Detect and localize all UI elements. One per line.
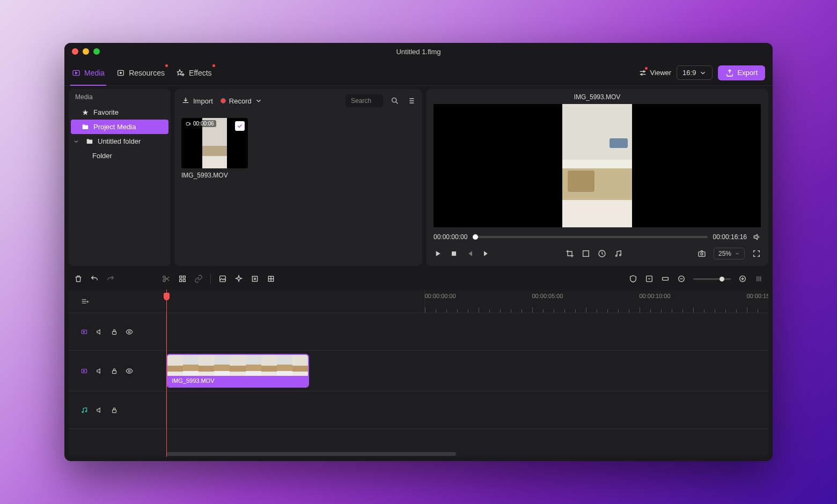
media-item[interactable]: 00:00:06 IMG_5993.MOV [181, 118, 248, 179]
timeline-toolbar [69, 268, 768, 290]
sidebar-item-label: Folder [92, 152, 112, 160]
preview-video[interactable] [434, 104, 761, 227]
minimize-window-button[interactable] [83, 48, 89, 55]
viewer-controls: 25% [426, 244, 768, 266]
fullscreen-icon [752, 249, 761, 258]
list-view-button[interactable] [407, 97, 415, 105]
track-head [69, 313, 166, 350]
track-type-button[interactable] [80, 328, 88, 336]
speed-icon [598, 249, 606, 258]
svg-point-3 [643, 71, 644, 72]
track-visibility-button[interactable] [126, 367, 133, 375]
undo-button[interactable] [90, 275, 99, 283]
record-button[interactable]: Record [221, 97, 262, 105]
search-input[interactable]: Search [346, 94, 383, 107]
fullscreen-button[interactable] [752, 249, 761, 258]
tab-resources[interactable]: Resources [116, 60, 165, 86]
zoom-in-button[interactable] [738, 275, 747, 283]
transform-button[interactable] [267, 275, 275, 283]
sidebar-item-project-media[interactable]: Project Media [71, 120, 168, 134]
track-mute-button[interactable] [96, 328, 103, 336]
zoom-slider-handle[interactable] [719, 277, 724, 281]
effects-timeline-button[interactable] [234, 275, 243, 283]
link-button[interactable] [194, 275, 203, 283]
track-lock-button[interactable] [111, 328, 118, 336]
star-icon [82, 109, 89, 116]
next-frame-button[interactable] [482, 249, 490, 258]
import-button[interactable]: Import [181, 97, 213, 105]
split-button[interactable] [162, 275, 171, 283]
folder-icon [86, 138, 93, 145]
search-button[interactable] [391, 97, 399, 105]
frame-button[interactable] [582, 249, 590, 258]
notification-dot-icon [212, 64, 215, 67]
expand-button[interactable] [251, 275, 259, 283]
music-icon [80, 406, 88, 414]
maximize-window-button[interactable] [93, 48, 100, 55]
timeline-options-button[interactable] [754, 275, 763, 283]
zoom-to-fit-button[interactable] [661, 275, 670, 283]
volume-button[interactable] [752, 233, 761, 241]
track-lock-button[interactable] [111, 367, 118, 375]
timeline-scrollbar[interactable] [166, 452, 456, 456]
viewer-button[interactable]: Viewer [638, 69, 672, 77]
snapshot-button[interactable] [698, 249, 706, 258]
redo-button[interactable] [106, 275, 115, 283]
scrub-handle[interactable] [473, 234, 478, 240]
zoom-slider[interactable] [693, 278, 731, 280]
close-window-button[interactable] [72, 48, 78, 55]
svg-point-5 [392, 98, 397, 102]
svg-rect-18 [180, 279, 182, 281]
lock-icon [111, 367, 118, 375]
marker-button[interactable] [218, 275, 227, 283]
scrub-track[interactable] [473, 236, 707, 238]
media-icon [72, 69, 80, 77]
track-lane[interactable]: IMG_5993.MOV [166, 351, 768, 391]
track-visibility-button[interactable] [126, 328, 133, 336]
music-icon [614, 249, 622, 258]
main-toolbar: Media Resources Effects Viewer 16:9 [64, 60, 773, 86]
tab-media[interactable]: Media [72, 60, 105, 86]
track-type-button[interactable] [80, 406, 88, 414]
audio-button[interactable] [614, 249, 622, 258]
tab-effects[interactable]: Effects [177, 60, 212, 86]
sidebar-item-untitled-folder[interactable]: Untitled folder [69, 134, 171, 149]
volume-icon [752, 233, 761, 241]
svg-rect-20 [220, 276, 226, 282]
grid-button[interactable] [178, 275, 187, 283]
play-button[interactable] [434, 249, 442, 258]
svg-rect-29 [760, 276, 761, 281]
duration-text: 00:00:06 [193, 121, 214, 127]
add-track-button[interactable] [69, 290, 425, 313]
snap-button[interactable] [629, 275, 637, 283]
speed-button[interactable] [598, 249, 606, 258]
ruler-label: 00:00:15:00 [747, 293, 769, 299]
crop-button[interactable] [566, 249, 574, 258]
export-label: Export [737, 69, 758, 77]
zoom-dropdown[interactable]: 25% [714, 248, 745, 260]
track-head [69, 391, 166, 428]
redo-icon [106, 275, 115, 283]
aspect-ratio-dropdown[interactable]: 16:9 [677, 65, 713, 80]
sidebar-item-folder[interactable]: Folder [69, 149, 171, 163]
timeline-clip[interactable]: IMG_5993.MOV [166, 354, 309, 388]
sidebar-item-favorite[interactable]: Favorite [69, 105, 171, 120]
export-button[interactable]: Export [718, 65, 765, 80]
svg-rect-19 [183, 279, 185, 281]
track-mute-button[interactable] [96, 367, 103, 375]
delete-button[interactable] [74, 275, 83, 283]
track-lock-button[interactable] [111, 406, 118, 414]
playhead[interactable] [166, 290, 167, 457]
tab-media-label: Media [84, 69, 105, 77]
track-lane[interactable] [166, 313, 768, 350]
time-ruler[interactable]: 00:00:00:00 00:00:05:00 00:00:10:00 00:0… [425, 290, 769, 313]
stop-icon [450, 249, 458, 258]
track-type-button[interactable] [80, 367, 88, 375]
prev-frame-button[interactable] [466, 249, 474, 258]
import-icon [181, 97, 190, 105]
track-lane[interactable] [166, 391, 768, 428]
track-mute-button[interactable] [96, 406, 103, 414]
zoom-out-button[interactable] [677, 275, 686, 283]
stop-button[interactable] [450, 249, 458, 258]
fit-button[interactable] [645, 275, 654, 283]
